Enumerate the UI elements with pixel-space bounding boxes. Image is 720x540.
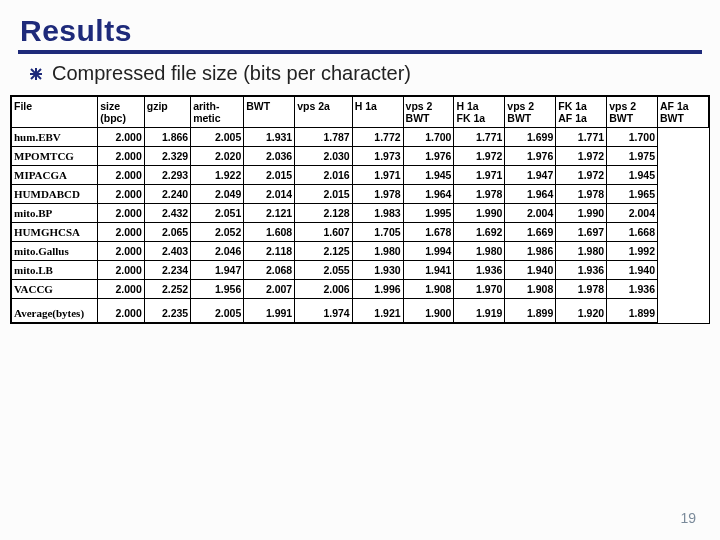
table-row: HUMGHCSA2.0002.0652.0521.6081.6071.7051.… <box>12 223 709 242</box>
cell-value: 1.608 <box>244 223 295 242</box>
row-label: mito.BP <box>12 204 98 223</box>
col-header: vps 2a <box>295 97 353 128</box>
cell-value: 1.941 <box>403 261 454 280</box>
cell-value: 2.128 <box>295 204 353 223</box>
cell-value: 1.866 <box>144 128 190 147</box>
col-header: vps 2BWT <box>403 97 454 128</box>
cell-value: 1.973 <box>352 147 403 166</box>
col-header: H 1a <box>352 97 403 128</box>
cell-value: 2.005 <box>191 299 244 323</box>
row-label: HUMDABCD <box>12 185 98 204</box>
table-row: VACCG2.0002.2521.9562.0072.0061.9961.908… <box>12 280 709 299</box>
row-label: MIPACGA <box>12 166 98 185</box>
cell-value: 2.432 <box>144 204 190 223</box>
cell-value: 1.965 <box>607 185 658 204</box>
cell-value: 1.978 <box>454 185 505 204</box>
col-header: vps 2BWT <box>607 97 658 128</box>
cell-value: 1.983 <box>352 204 403 223</box>
row-label: mito.Gallus <box>12 242 98 261</box>
cell-value: 1.976 <box>505 147 556 166</box>
cell-value: 2.240 <box>144 185 190 204</box>
cell-value: 2.052 <box>191 223 244 242</box>
cell-value: 1.980 <box>352 242 403 261</box>
cell-value: 1.994 <box>403 242 454 261</box>
cell-value: 1.922 <box>191 166 244 185</box>
cell-value: 2.329 <box>144 147 190 166</box>
row-label: VACCG <box>12 280 98 299</box>
cell-value: 1.900 <box>403 299 454 323</box>
table-row: mito.LB2.0002.2341.9472.0682.0551.9301.9… <box>12 261 709 280</box>
cell-value: 2.000 <box>98 147 144 166</box>
cell-value: 1.978 <box>556 185 607 204</box>
cell-value: 1.607 <box>295 223 353 242</box>
cell-value: 1.972 <box>556 147 607 166</box>
cell-value: 1.908 <box>403 280 454 299</box>
cell-value: 1.972 <box>556 166 607 185</box>
cell-value: 1.899 <box>505 299 556 323</box>
cell-value: 1.978 <box>556 280 607 299</box>
cell-value: 2.051 <box>191 204 244 223</box>
cell-value: 1.975 <box>607 147 658 166</box>
row-label: mito.LB <box>12 261 98 280</box>
cell-value: 1.919 <box>454 299 505 323</box>
cell-value: 2.005 <box>191 128 244 147</box>
cell-value: 1.990 <box>454 204 505 223</box>
cell-value: 2.000 <box>98 166 144 185</box>
cell-value: 2.000 <box>98 223 144 242</box>
results-table: Filesize(bpc)gziparith-meticBWTvps 2aH 1… <box>11 96 709 323</box>
cell-value: 1.787 <box>295 128 353 147</box>
col-header: vps 2BWT <box>505 97 556 128</box>
table-row: mito.BP2.0002.4322.0512.1212.1281.9831.9… <box>12 204 709 223</box>
cell-value: 1.991 <box>244 299 295 323</box>
cell-value: 1.976 <box>403 147 454 166</box>
cell-value: 1.964 <box>403 185 454 204</box>
cell-value: 2.007 <box>244 280 295 299</box>
cell-value: 2.016 <box>295 166 353 185</box>
cell-value: 1.931 <box>244 128 295 147</box>
results-table-wrap: Filesize(bpc)gziparith-meticBWTvps 2aH 1… <box>10 95 710 324</box>
cell-value: 2.004 <box>505 204 556 223</box>
cell-value: 1.921 <box>352 299 403 323</box>
cell-value: 2.020 <box>191 147 244 166</box>
cell-value: 2.015 <box>295 185 353 204</box>
cell-value: 2.055 <box>295 261 353 280</box>
cell-value: 1.899 <box>607 299 658 323</box>
cell-value: 2.030 <box>295 147 353 166</box>
cell-value: 1.945 <box>607 166 658 185</box>
cell-value: 1.705 <box>352 223 403 242</box>
cell-value: 1.697 <box>556 223 607 242</box>
col-header: BWT <box>244 97 295 128</box>
title-underline <box>18 50 702 54</box>
cell-value: 1.699 <box>505 128 556 147</box>
bullet-icon <box>28 66 44 82</box>
table-row: hum.EBV2.0001.8662.0051.9311.7871.7721.7… <box>12 128 709 147</box>
cell-value: 1.986 <box>505 242 556 261</box>
cell-value: 1.936 <box>454 261 505 280</box>
cell-value: 2.252 <box>144 280 190 299</box>
table-row: mito.Gallus2.0002.4032.0462.1182.1251.98… <box>12 242 709 261</box>
table-row: Average(bytes)2.0002.2352.0051.9911.9741… <box>12 299 709 323</box>
cell-value: 1.772 <box>352 128 403 147</box>
cell-value: 1.956 <box>191 280 244 299</box>
cell-value: 2.068 <box>244 261 295 280</box>
col-header: FK 1aAF 1a <box>556 97 607 128</box>
cell-value: 1.970 <box>454 280 505 299</box>
cell-value: 1.678 <box>403 223 454 242</box>
cell-value: 1.669 <box>505 223 556 242</box>
cell-value: 1.972 <box>454 147 505 166</box>
cell-value: 1.936 <box>556 261 607 280</box>
caption-text: Compressed file size (bits per character… <box>52 62 411 85</box>
col-header: AF 1aBWT <box>658 97 709 128</box>
table-row: HUMDABCD2.0002.2402.0492.0142.0151.9781.… <box>12 185 709 204</box>
cell-value: 2.065 <box>144 223 190 242</box>
slide-title: Results <box>0 0 720 50</box>
cell-value: 1.974 <box>295 299 353 323</box>
cell-value: 1.980 <box>454 242 505 261</box>
row-label: Average(bytes) <box>12 299 98 323</box>
cell-value: 1.947 <box>191 261 244 280</box>
cell-value: 2.036 <box>244 147 295 166</box>
cell-value: 1.947 <box>505 166 556 185</box>
cell-value: 1.936 <box>607 280 658 299</box>
cell-value: 2.000 <box>98 204 144 223</box>
row-label: hum.EBV <box>12 128 98 147</box>
